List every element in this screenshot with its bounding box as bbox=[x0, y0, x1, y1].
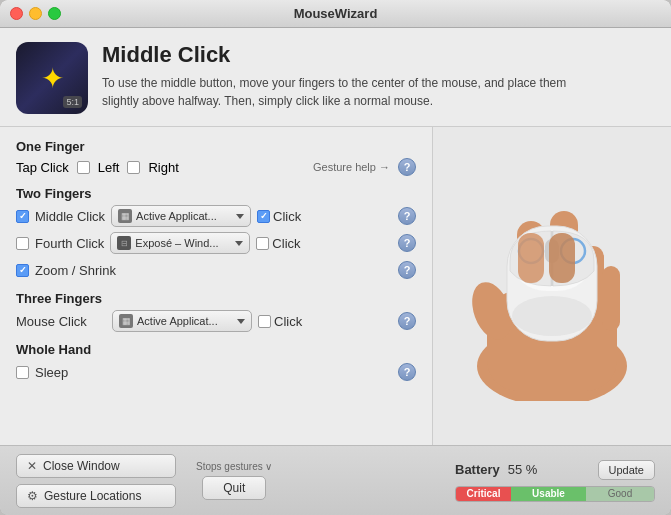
mouse-click-click-checkbox[interactable] bbox=[258, 315, 271, 328]
zoom-shrink-label: Zoom / Shrink bbox=[35, 263, 116, 278]
expose-icon-symbol: ⊟ bbox=[121, 239, 128, 248]
tap-click-left-checkbox[interactable] bbox=[77, 161, 90, 174]
mouse-click-row: Mouse Click ▦ Active Applicat... Click ? bbox=[16, 310, 416, 332]
app-icon: ✦ 5:1 bbox=[16, 42, 88, 114]
fourth-click-click-checkbox[interactable] bbox=[256, 237, 269, 250]
middle-click-dropdown[interactable]: ▦ Active Applicat... bbox=[111, 205, 251, 227]
fourth-click-row: Fourth Click ⊟ Exposé – Wind... Click ? bbox=[16, 232, 416, 254]
stops-gestures-text: Stops gestures ∨ bbox=[196, 461, 272, 472]
tap-click-right-checkbox[interactable] bbox=[127, 161, 140, 174]
mouse-click-dropdown-icon: ▦ bbox=[119, 314, 133, 328]
fourth-click-checkbox[interactable] bbox=[16, 237, 29, 250]
quit-label: Quit bbox=[223, 481, 245, 495]
mouse-click-label: Mouse Click bbox=[16, 314, 106, 329]
fourth-click-dropdown-text: Exposé – Wind... bbox=[135, 237, 231, 249]
traffic-lights bbox=[10, 7, 61, 20]
zoom-shrink-help-button[interactable]: ? bbox=[398, 261, 416, 279]
close-window-button[interactable]: ✕ Close Window bbox=[16, 454, 176, 478]
quit-button[interactable]: Quit bbox=[202, 476, 266, 500]
middle-click-checkbox[interactable] bbox=[16, 210, 29, 223]
main-content: One Finger Tap Click Left Right Gesture … bbox=[0, 127, 671, 445]
fourth-click-click-label: Click bbox=[272, 236, 300, 251]
header-section: ✦ 5:1 Middle Click To use the middle but… bbox=[0, 28, 671, 127]
bottom-bar: ✕ Close Window ⚙ Gesture Locations Stops… bbox=[0, 445, 671, 515]
whole-hand-section-title: Whole Hand bbox=[16, 342, 416, 357]
middle-click-dropdown-arrow bbox=[236, 214, 244, 219]
middle-section: Stops gestures ∨ Quit bbox=[196, 461, 272, 500]
battery-header: Battery 55 % Update bbox=[455, 460, 655, 480]
middle-click-dropdown-text: Active Applicat... bbox=[136, 210, 232, 222]
fourth-click-click-btn[interactable]: Click bbox=[256, 236, 300, 251]
fourth-click-dropdown-icon: ⊟ bbox=[117, 236, 131, 250]
window-title: MouseWizard bbox=[294, 6, 378, 21]
star-icon: ✦ bbox=[41, 62, 64, 95]
mouse-click-help-button[interactable]: ? bbox=[398, 312, 416, 330]
gesture-locations-label: Gesture Locations bbox=[44, 489, 141, 503]
tap-click-label: Tap Click bbox=[16, 160, 69, 175]
middle-click-dropdown-icon: ▦ bbox=[118, 209, 132, 223]
update-label: Update bbox=[609, 464, 644, 476]
close-x-icon: ✕ bbox=[27, 459, 37, 473]
app-icon-symbol: ▦ bbox=[121, 211, 130, 221]
zoom-shrink-row: Zoom / Shrink ? bbox=[16, 259, 416, 281]
fourth-click-dropdown-arrow bbox=[235, 241, 243, 246]
minimize-traffic-light[interactable] bbox=[29, 7, 42, 20]
middle-click-click-checkbox[interactable] bbox=[257, 210, 270, 223]
close-traffic-light[interactable] bbox=[10, 7, 23, 20]
battery-critical-segment: Critical bbox=[456, 487, 511, 501]
mouse-click-dropdown[interactable]: ▦ Active Applicat... bbox=[112, 310, 252, 332]
sleep-checkbox[interactable] bbox=[16, 366, 29, 379]
main-window: MouseWizard ✦ 5:1 Middle Click To use th… bbox=[0, 0, 671, 515]
middle-click-row: Middle Click ▦ Active Applicat... Click … bbox=[16, 205, 416, 227]
sleep-help-button[interactable]: ? bbox=[398, 363, 416, 381]
left-panel: One Finger Tap Click Left Right Gesture … bbox=[0, 127, 433, 445]
gesture-help-link[interactable]: Gesture help → bbox=[313, 161, 390, 173]
fourth-click-dropdown[interactable]: ⊟ Exposé – Wind... bbox=[110, 232, 250, 254]
header-text: Middle Click To use the middle button, m… bbox=[102, 42, 582, 110]
zoom-traffic-light[interactable] bbox=[48, 7, 61, 20]
battery-label: Battery bbox=[455, 462, 500, 477]
one-finger-help-button[interactable]: ? bbox=[398, 158, 416, 176]
right-panel bbox=[433, 127, 671, 445]
svg-rect-5 bbox=[602, 266, 620, 331]
titlebar: MouseWizard bbox=[0, 0, 671, 28]
header-description: To use the middle button, move your fing… bbox=[102, 74, 582, 110]
header-title: Middle Click bbox=[102, 42, 582, 68]
bottom-buttons: ✕ Close Window ⚙ Gesture Locations bbox=[16, 454, 176, 508]
battery-good-segment: Good bbox=[586, 487, 654, 501]
battery-bar: Critical Usable Good bbox=[455, 486, 655, 502]
three-fingers-section-title: Three Fingers bbox=[16, 291, 416, 306]
zoom-shrink-checkbox[interactable] bbox=[16, 264, 29, 277]
svg-rect-14 bbox=[518, 233, 544, 283]
one-finger-row: Tap Click Left Right Gesture help → ? bbox=[16, 158, 416, 176]
mouse-illustration bbox=[452, 176, 652, 396]
battery-section: Battery 55 % Update Critical Usable Good bbox=[455, 460, 655, 502]
fourth-click-help-button[interactable]: ? bbox=[398, 234, 416, 252]
mouse-hand-svg bbox=[452, 171, 652, 401]
mouse-click-dropdown-arrow bbox=[237, 319, 245, 324]
app-icon-symbol2: ▦ bbox=[122, 316, 131, 326]
right-label: Right bbox=[148, 160, 178, 175]
gesture-locations-button[interactable]: ⚙ Gesture Locations bbox=[16, 484, 176, 508]
mouse-click-click-btn[interactable]: Click bbox=[258, 314, 302, 329]
fourth-click-label: Fourth Click bbox=[35, 236, 104, 251]
svg-point-13 bbox=[512, 296, 592, 336]
icon-badge: 5:1 bbox=[63, 96, 82, 108]
sleep-row: Sleep ? bbox=[16, 361, 416, 383]
two-fingers-section-title: Two Fingers bbox=[16, 186, 416, 201]
gear-icon: ⚙ bbox=[27, 489, 38, 503]
middle-click-label: Middle Click bbox=[35, 209, 105, 224]
middle-click-click-label: Click bbox=[273, 209, 301, 224]
update-button[interactable]: Update bbox=[598, 460, 655, 480]
left-label: Left bbox=[98, 160, 120, 175]
one-finger-section-title: One Finger bbox=[16, 139, 416, 154]
middle-click-help-button[interactable]: ? bbox=[398, 207, 416, 225]
battery-usable-segment: Usable bbox=[511, 487, 586, 501]
svg-rect-15 bbox=[549, 233, 575, 283]
battery-percent: 55 % bbox=[508, 462, 590, 477]
middle-click-click-btn[interactable]: Click bbox=[257, 209, 301, 224]
close-window-label: Close Window bbox=[43, 459, 120, 473]
mouse-click-click-label: Click bbox=[274, 314, 302, 329]
sleep-label: Sleep bbox=[35, 365, 68, 380]
mouse-click-dropdown-text: Active Applicat... bbox=[137, 315, 233, 327]
